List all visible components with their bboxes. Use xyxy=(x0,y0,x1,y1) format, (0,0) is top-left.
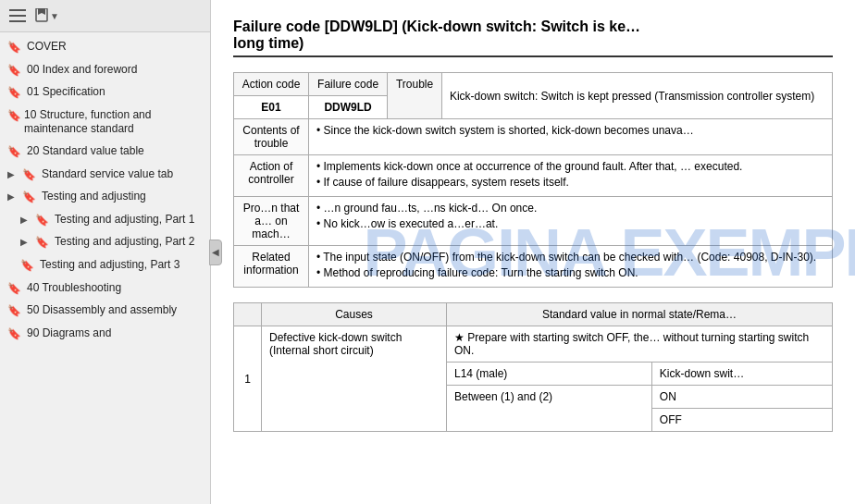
action-controller-value: • Implements kick-down once at occurrenc… xyxy=(308,155,832,197)
bookmark-icon: 🔖 xyxy=(7,282,21,297)
sidebar-item-label: Testing and adjusting, Part 1 xyxy=(55,213,194,227)
sidebar-item-label: 00 Index and foreword xyxy=(27,63,137,78)
bookmark-icon: 🔖 xyxy=(22,168,36,183)
sidebar-item-label: Testing and adjusting, Part 3 xyxy=(40,258,180,273)
bookmark-icon: 🔖 xyxy=(35,236,49,251)
sidebar-item-label: 20 Standard value table xyxy=(27,144,144,159)
col-action-code: Action code xyxy=(234,73,309,96)
standard-header: Standard value in normal state/Rema… xyxy=(447,303,833,326)
related-info-value: • The input state (ON/OFF) from the kick… xyxy=(308,246,832,288)
related-info-label: Relatedinformation xyxy=(234,246,309,288)
sidebar-item-label: Standard service value tab xyxy=(42,167,173,182)
sidebar-item-label: COVER xyxy=(27,40,67,55)
bookmark-icon: 🔖 xyxy=(7,86,21,101)
sidebar-item-testing-part3[interactable]: 🔖 Testing and adjusting, Part 3 xyxy=(0,254,210,277)
expand-arrow-icon: ▶ xyxy=(20,236,28,248)
sidebar-item-label: 10 Structure, function and maintenance s… xyxy=(24,108,203,137)
problem-value: • …n ground fau…ts, …ns kick-d… On once.… xyxy=(308,197,832,246)
between-label: Between (1) and (2) xyxy=(447,386,652,432)
toolbar-dropdown[interactable]: ▼ xyxy=(35,8,59,23)
svg-rect-1 xyxy=(9,15,26,17)
bookmark-icon: 🔖 xyxy=(7,41,21,55)
sidebar-item-cover[interactable]: 🔖 COVER xyxy=(0,36,210,59)
bookmark-icon: 🔖 xyxy=(20,259,34,274)
col-failure-code: Failure code xyxy=(308,73,387,96)
cause-description: Defective kick-down switch(Internal shor… xyxy=(262,326,447,432)
bookmark-icon: 🔖 xyxy=(7,64,21,79)
failure-code-value: DDW9LD xyxy=(308,96,387,119)
sidebar-item-label: 50 Disassembly and assembly xyxy=(27,303,177,318)
causes-header: Causes xyxy=(262,303,447,326)
sidebar: ▼ 🔖 COVER 🔖 00 Index and foreword 🔖 01 S… xyxy=(0,0,211,504)
connector-value: Kick-down swit… xyxy=(651,363,832,386)
page-title: Failure code [DDW9LD] (Kick-down switch:… xyxy=(233,18,833,57)
sidebar-item-90-diagrams[interactable]: 🔖 90 Diagrams and xyxy=(0,323,210,346)
sidebar-item-standard-service[interactable]: ▶ 🔖 Standard service value tab xyxy=(0,164,210,187)
sidebar-item-20-standard[interactable]: 🔖 20 Standard value table xyxy=(0,141,210,164)
col-trouble: Trouble xyxy=(388,73,442,119)
bookmark-icon: 🔖 xyxy=(7,145,21,160)
sidebar-item-label: 40 Troubleshooting xyxy=(27,281,121,296)
sidebar-item-50-disassembly[interactable]: 🔖 50 Disassembly and assembly xyxy=(0,300,210,323)
sidebar-item-label: Testing and adjusting xyxy=(42,190,146,204)
sidebar-item-testing-adjusting[interactable]: ▶ 🔖 Testing and adjusting xyxy=(0,186,210,209)
sidebar-item-10-structure[interactable]: 🔖 10 Structure, function and maintenance… xyxy=(0,104,210,141)
bookmark-icon: 🔖 xyxy=(22,191,36,205)
menu-icon[interactable] xyxy=(7,6,28,26)
sidebar-item-label: 01 Specification xyxy=(27,85,105,100)
main-content: PAGINA EXEMPLU Failure code [DDW9LD] (Ki… xyxy=(211,0,855,504)
on-value: ON xyxy=(651,386,832,409)
sidebar-item-label: 90 Diagrams and xyxy=(27,326,111,341)
sidebar-item-01-spec[interactable]: 🔖 01 Specification xyxy=(0,81,210,104)
col-description: Kick-down switch: Switch is kept pressed… xyxy=(441,73,832,119)
contents-label: Contents oftrouble xyxy=(234,119,309,155)
expand-arrow-icon: ▶ xyxy=(7,191,15,203)
bookmark-icon: 🔖 xyxy=(7,327,21,342)
causes-table: Causes Standard value in normal state/Re… xyxy=(233,302,833,432)
bookmark-icon: 🔖 xyxy=(35,214,49,228)
svg-rect-2 xyxy=(9,20,26,22)
action-controller-label: Action ofcontroller xyxy=(234,155,309,197)
connector-label: L14 (male) xyxy=(447,363,652,386)
sidebar-items: 🔖 COVER 🔖 00 Index and foreword 🔖 01 Spe… xyxy=(0,32,210,504)
sidebar-item-testing-part1[interactable]: ▶ 🔖 Testing and adjusting, Part 1 xyxy=(0,209,210,232)
cause-note: ★ Prepare with starting switch OFF, the…… xyxy=(447,326,833,363)
causes-num-header xyxy=(234,303,262,326)
svg-rect-0 xyxy=(9,9,26,11)
bookmark-icon: 🔖 xyxy=(7,304,21,319)
action-code-value: E01 xyxy=(234,96,309,119)
bookmark-icon: 🔖 xyxy=(7,109,19,124)
sidebar-collapse-button[interactable]: ◀ xyxy=(209,240,222,265)
expand-arrow-icon: ▶ xyxy=(7,168,15,180)
off-value: OFF xyxy=(651,409,832,432)
sidebar-item-label: Testing and adjusting, Part 2 xyxy=(55,235,194,250)
sidebar-item-testing-part2[interactable]: ▶ 🔖 Testing and adjusting, Part 2 xyxy=(0,231,210,254)
sidebar-item-00-index[interactable]: 🔖 00 Index and foreword xyxy=(0,59,210,82)
sidebar-panel: ▼ 🔖 COVER 🔖 00 Index and foreword 🔖 01 S… xyxy=(0,0,211,504)
problem-label: Pro…n thata… onmach… xyxy=(234,197,309,246)
failure-code-table: Action code Failure code Trouble Kick-do… xyxy=(233,72,833,288)
sidebar-toolbar: ▼ xyxy=(0,0,210,32)
cause-num: 1 xyxy=(234,326,262,432)
sidebar-item-40-trouble[interactable]: 🔖 40 Troubleshooting xyxy=(0,277,210,301)
expand-arrow-icon: ▶ xyxy=(20,214,28,226)
contents-value: • Since the kick-down switch system is s… xyxy=(308,119,832,155)
